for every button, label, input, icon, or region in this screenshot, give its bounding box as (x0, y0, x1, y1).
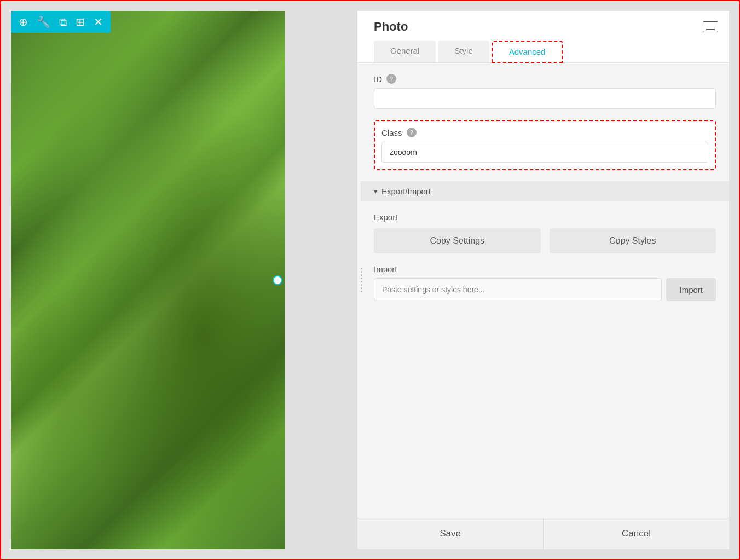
photo-canvas (11, 11, 285, 549)
section-header-text: Export/Import (381, 187, 431, 196)
id-input[interactable] (374, 88, 716, 109)
drag-dot (361, 281, 362, 282)
close-icon[interactable]: ✕ (94, 15, 103, 28)
resize-handle[interactable] (273, 275, 282, 285)
drag-dot (361, 271, 362, 273)
copy-styles-button[interactable]: Copy Styles (550, 228, 716, 253)
export-label: Export (374, 212, 716, 222)
columns-icon[interactable]: ⊞ (76, 15, 85, 28)
tab-general[interactable]: General (374, 41, 436, 62)
minimize-button[interactable] (703, 21, 718, 32)
chevron-icon: ▾ (374, 188, 377, 195)
panel-title: Photo (374, 20, 408, 34)
class-input[interactable] (381, 142, 708, 163)
drag-dot (361, 284, 362, 286)
tab-style[interactable]: Style (438, 41, 489, 62)
top-toolbar: ⊕ 🔧 ⧉ ⊞ ✕ (11, 11, 111, 33)
tab-bar: General Style Advanced (357, 34, 729, 63)
class-help-icon[interactable]: ? (407, 128, 417, 137)
copy-buttons-row: Copy Settings Copy Styles (374, 228, 716, 253)
tab-advanced[interactable]: Advanced (492, 41, 563, 63)
minimize-bar (706, 29, 715, 30)
id-help-icon[interactable]: ? (386, 74, 396, 84)
class-label-text: Class (381, 128, 402, 137)
cancel-button[interactable]: Cancel (544, 518, 729, 549)
id-label-text: ID (374, 74, 382, 84)
import-button[interactable]: Import (666, 278, 716, 301)
move-icon[interactable]: ⊕ (19, 15, 28, 28)
settings-icon[interactable]: 🔧 (37, 15, 50, 28)
id-label: ID ? (374, 74, 716, 84)
drag-dot (361, 287, 362, 289)
class-label: Class ? (381, 128, 708, 137)
settings-panel: Photo General Style Advanced ID ? Class … (357, 11, 729, 549)
import-row: Import (374, 278, 716, 301)
drag-dot (361, 268, 362, 269)
id-field-group: ID ? (374, 74, 716, 109)
panel-drag-handle[interactable] (357, 11, 365, 549)
import-input[interactable] (374, 278, 662, 301)
panel-body: ID ? Class ? ▾ Export/Import Export Copy… (357, 63, 729, 518)
export-import-section[interactable]: ▾ Export/Import (361, 181, 729, 201)
drag-dot (361, 278, 362, 279)
panel-header: Photo (357, 11, 729, 34)
import-label: Import (374, 264, 716, 274)
save-button[interactable]: Save (357, 518, 544, 549)
panel-footer: Save Cancel (357, 518, 729, 549)
class-highlight-box: Class ? (374, 120, 716, 170)
drag-dot (361, 291, 362, 292)
layers-icon[interactable]: ⧉ (59, 16, 67, 28)
drag-dot (361, 274, 362, 276)
copy-settings-button[interactable]: Copy Settings (374, 228, 541, 253)
